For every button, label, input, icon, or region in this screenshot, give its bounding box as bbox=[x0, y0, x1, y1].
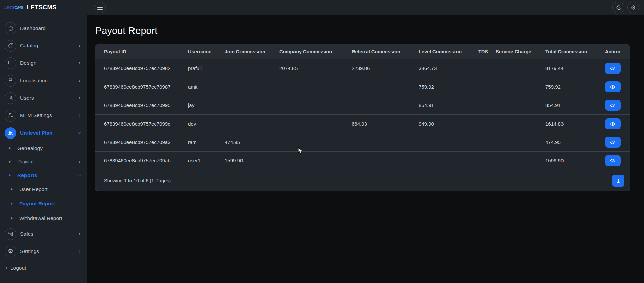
cell-join: 1599.90 bbox=[225, 151, 279, 170]
action-cell bbox=[605, 114, 630, 133]
table-row: 67839460ee8cb9757ec709abuser11599.901599… bbox=[95, 151, 630, 170]
cell-referral bbox=[352, 133, 419, 151]
sidebar-item-label: Reports bbox=[17, 172, 37, 178]
column-header-action: Action bbox=[605, 44, 630, 59]
cell-tds bbox=[478, 78, 496, 96]
sidebar-item-unilevel-plan[interactable]: Unilevel Plan bbox=[0, 124, 87, 142]
cell-tds bbox=[478, 96, 496, 114]
column-header-service-charge: Service Charge bbox=[496, 44, 545, 59]
view-button[interactable] bbox=[605, 63, 621, 74]
sidebar-item-users[interactable]: Users bbox=[0, 89, 87, 107]
view-button[interactable] bbox=[605, 118, 621, 129]
cell-username: user1 bbox=[188, 151, 225, 170]
user-icon bbox=[5, 92, 16, 104]
view-button[interactable] bbox=[605, 137, 621, 148]
sidebar-item-sales[interactable]: Sales bbox=[0, 225, 87, 243]
column-header-tds: TDS bbox=[478, 44, 496, 59]
cell-username: prafull bbox=[188, 59, 225, 78]
chevron-right-icon bbox=[77, 43, 82, 48]
menu-icon bbox=[97, 6, 103, 10]
cell-username: dev bbox=[188, 114, 225, 133]
sidebar-item-dashboard[interactable]: Dashboard bbox=[0, 19, 87, 37]
flag-icon bbox=[5, 75, 16, 87]
cell-username: amit bbox=[188, 78, 225, 96]
cell-company bbox=[279, 114, 352, 133]
sidebar-item-reports[interactable]: Reports bbox=[0, 169, 87, 182]
caret-icon bbox=[6, 267, 8, 269]
cell-total: 8179.44 bbox=[545, 59, 605, 78]
cell-company bbox=[279, 78, 352, 96]
brand-logo-icon: LETSCMS bbox=[4, 5, 23, 10]
sidebar-item-localisation[interactable]: Localisation bbox=[0, 72, 87, 89]
column-header-level-commission: Level Commission bbox=[419, 44, 478, 59]
chevron-right-icon bbox=[77, 113, 82, 118]
cell-level: 3864.73 bbox=[419, 59, 478, 78]
cell-company bbox=[279, 96, 352, 114]
topbar-actions: ⚙ bbox=[612, 2, 644, 13]
menu-wrap bbox=[87, 2, 106, 13]
sidebar-item-label: Unilevel Plan bbox=[20, 130, 52, 136]
cell-total: 474.95 bbox=[545, 133, 605, 151]
sidebar-item-user-report[interactable]: User Report bbox=[0, 182, 87, 196]
cell-referral bbox=[352, 96, 419, 114]
sidebar-item-label: Sales bbox=[20, 231, 33, 237]
sidebar-item-genealogy[interactable]: Genealogy bbox=[0, 142, 87, 155]
sidebar-item-label: Logout bbox=[10, 265, 26, 271]
cell-payout_id: 67839460ee8cb9757ec709a3 bbox=[95, 133, 188, 151]
cell-level bbox=[419, 151, 478, 170]
sidebar-item-payout-report[interactable]: Payout Report bbox=[0, 196, 87, 211]
settings-button[interactable]: ⚙ bbox=[627, 2, 639, 13]
action-cell bbox=[605, 59, 630, 78]
view-button[interactable] bbox=[605, 155, 621, 166]
moon-icon bbox=[615, 5, 622, 11]
cell-service bbox=[496, 151, 545, 170]
cell-join bbox=[225, 59, 279, 78]
cell-join bbox=[225, 96, 279, 114]
home-icon bbox=[5, 22, 16, 34]
cell-referral bbox=[352, 78, 419, 96]
cell-tds bbox=[478, 133, 496, 151]
column-header-referral-commission: Referral Commission bbox=[352, 44, 419, 59]
sidebar-item-withdrawal-report[interactable]: Withdrawal Report bbox=[0, 211, 87, 225]
view-button[interactable] bbox=[605, 100, 621, 111]
cell-level: 854.91 bbox=[419, 96, 478, 114]
sidebar: DashboardCatalogDesignLocalisationUsersM… bbox=[0, 15, 87, 283]
chevron-right-icon bbox=[77, 78, 82, 83]
sidebar-item-mlm-settings[interactable]: MLM Settings bbox=[0, 107, 87, 124]
cell-payout_id: 67839460ee8cb9757ec7099c bbox=[95, 114, 188, 133]
sidebar-item-design[interactable]: Design bbox=[0, 54, 87, 72]
column-header-company-commission: Company Commission bbox=[279, 44, 352, 59]
caret-icon bbox=[11, 217, 13, 220]
view-button[interactable] bbox=[605, 81, 621, 92]
cell-payout_id: 67839460ee8cb9757ec70995 bbox=[95, 96, 188, 114]
cell-service bbox=[496, 78, 545, 96]
menu-toggle-button[interactable] bbox=[94, 2, 106, 13]
sidebar-item-catalog[interactable]: Catalog bbox=[0, 37, 87, 54]
sidebar-item-label: Settings bbox=[20, 248, 39, 254]
sidebar-item-payout[interactable]: Payout bbox=[0, 155, 87, 169]
theme-toggle-button[interactable] bbox=[612, 2, 624, 13]
page-button[interactable]: 1 bbox=[612, 175, 624, 187]
cell-total: 1614.83 bbox=[545, 114, 605, 133]
sidebar-item-settings[interactable]: ⚙Settings bbox=[0, 243, 87, 260]
chevron-down-icon bbox=[77, 173, 82, 178]
cell-total: 759.92 bbox=[545, 78, 605, 96]
showing-text: Showing 1 to 10 of 6 (1 Pages) bbox=[104, 178, 171, 183]
cell-payout_id: 67839460ee8cb9757ec70987 bbox=[95, 78, 188, 96]
cell-service bbox=[496, 133, 545, 151]
brand-name: LETSCMS bbox=[27, 4, 57, 11]
cell-company bbox=[279, 133, 352, 151]
sidebar-item-logout[interactable]: Logout bbox=[0, 260, 87, 276]
cell-join bbox=[225, 78, 279, 96]
cell-tds bbox=[478, 114, 496, 133]
store-icon bbox=[5, 228, 16, 240]
cell-payout_id: 67839460ee8cb9757ec70982 bbox=[95, 59, 188, 78]
report-card: Payout IDUsernameJoin CommissionCompany … bbox=[95, 44, 630, 191]
column-header-payout-id: Payout ID bbox=[95, 44, 188, 59]
chevron-right-icon bbox=[77, 159, 82, 164]
caret-icon bbox=[11, 188, 13, 191]
sidebar-item-label: MLM Settings bbox=[20, 112, 52, 119]
cell-level: 949.90 bbox=[419, 114, 478, 133]
action-cell bbox=[605, 78, 630, 96]
sidebar-item-label: Payout bbox=[17, 159, 34, 165]
